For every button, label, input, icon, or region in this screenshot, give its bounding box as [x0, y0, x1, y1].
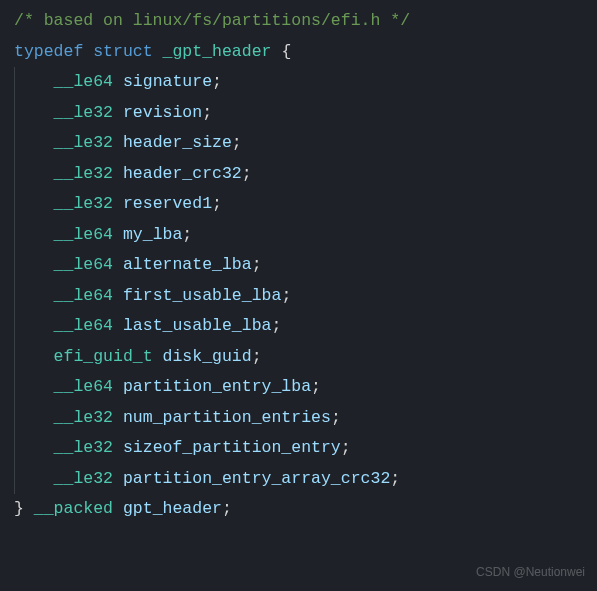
indent [14, 377, 54, 396]
semicolon: ; [341, 438, 351, 457]
space [113, 377, 123, 396]
semicolon: ; [271, 316, 281, 335]
semicolon: ; [242, 164, 252, 183]
type-name: __le32 [54, 103, 113, 122]
space [113, 408, 123, 427]
space [113, 499, 123, 518]
identifier: sizeof_partition_entry [123, 438, 341, 457]
identifier: alternate_lba [123, 255, 252, 274]
keyword-struct: struct [93, 42, 152, 61]
code-line: __le32 reserved1; [0, 189, 597, 220]
indent [14, 72, 54, 91]
indent [14, 316, 54, 335]
space [113, 438, 123, 457]
type-name: __le32 [54, 133, 113, 152]
code-line: } __packed gpt_header; [0, 494, 597, 525]
semicolon: ; [212, 194, 222, 213]
semicolon: ; [252, 255, 262, 274]
code-line: __le32 header_size; [0, 128, 597, 159]
identifier: my_lba [123, 225, 182, 244]
keyword-typedef: typedef [14, 42, 83, 61]
code-line: __le32 sizeof_partition_entry; [0, 433, 597, 464]
identifier: header_size [123, 133, 232, 152]
semicolon: ; [222, 499, 232, 518]
semicolon: ; [212, 72, 222, 91]
space [113, 469, 123, 488]
identifier: first_usable_lba [123, 286, 281, 305]
semicolon: ; [390, 469, 400, 488]
type-name: __le32 [54, 438, 113, 457]
comment-text: /* based on linux/fs/partitions/efi.h */ [14, 11, 410, 30]
semicolon: ; [202, 103, 212, 122]
attr-packed: __packed [34, 499, 113, 518]
space [113, 286, 123, 305]
indent [14, 194, 54, 213]
space [113, 72, 123, 91]
type-name: __le32 [54, 469, 113, 488]
semicolon: ; [331, 408, 341, 427]
identifier: partition_entry_array_crc32 [123, 469, 390, 488]
type-name: efi_guid_t [54, 347, 153, 366]
indent [14, 133, 54, 152]
indent [14, 255, 54, 274]
code-line: __le64 my_lba; [0, 220, 597, 251]
space [113, 255, 123, 274]
type-name: __le32 [54, 408, 113, 427]
type-name: __le64 [54, 286, 113, 305]
open-brace: { [281, 42, 291, 61]
code-line: __le64 last_usable_lba; [0, 311, 597, 342]
type-name: __le64 [54, 377, 113, 396]
identifier: last_usable_lba [123, 316, 272, 335]
space [113, 133, 123, 152]
space [83, 42, 93, 61]
space [113, 225, 123, 244]
typedef-name: gpt_header [123, 499, 222, 518]
indent [14, 347, 54, 366]
type-name: __le64 [54, 225, 113, 244]
space [113, 103, 123, 122]
code-line: efi_guid_t disk_guid; [0, 342, 597, 373]
space [113, 164, 123, 183]
code-line: __le64 first_usable_lba; [0, 281, 597, 312]
code-line: __le32 revision; [0, 98, 597, 129]
indent [14, 103, 54, 122]
space [271, 42, 281, 61]
code-line: __le64 partition_entry_lba; [0, 372, 597, 403]
code-line: /* based on linux/fs/partitions/efi.h */ [0, 6, 597, 37]
indent [14, 469, 54, 488]
indent [14, 408, 54, 427]
close-brace: } [14, 499, 24, 518]
identifier: partition_entry_lba [123, 377, 311, 396]
identifier: revision [123, 103, 202, 122]
type-name: __le64 [54, 255, 113, 274]
type-name: __le32 [54, 164, 113, 183]
code-line: __le64 alternate_lba; [0, 250, 597, 281]
type-name: __le64 [54, 316, 113, 335]
semicolon: ; [232, 133, 242, 152]
identifier: disk_guid [163, 347, 252, 366]
code-line: typedef struct _gpt_header { [0, 37, 597, 68]
type-name: __le64 [54, 72, 113, 91]
space [153, 347, 163, 366]
code-block: /* based on linux/fs/partitions/efi.h */… [0, 0, 597, 525]
space [113, 316, 123, 335]
space [24, 499, 34, 518]
indent [14, 438, 54, 457]
identifier: reserved1 [123, 194, 212, 213]
struct-name: _gpt_header [163, 42, 272, 61]
type-name: __le32 [54, 194, 113, 213]
semicolon: ; [182, 225, 192, 244]
code-line: __le32 num_partition_entries; [0, 403, 597, 434]
code-line: __le32 partition_entry_array_crc32; [0, 464, 597, 495]
indent [14, 225, 54, 244]
code-line: __le64 signature; [0, 67, 597, 98]
space [153, 42, 163, 61]
identifier: num_partition_entries [123, 408, 331, 427]
indent [14, 164, 54, 183]
identifier: signature [123, 72, 212, 91]
indent [14, 286, 54, 305]
watermark-author: CSDN @Neutionwei [476, 561, 585, 583]
semicolon: ; [252, 347, 262, 366]
semicolon: ; [311, 377, 321, 396]
semicolon: ; [281, 286, 291, 305]
